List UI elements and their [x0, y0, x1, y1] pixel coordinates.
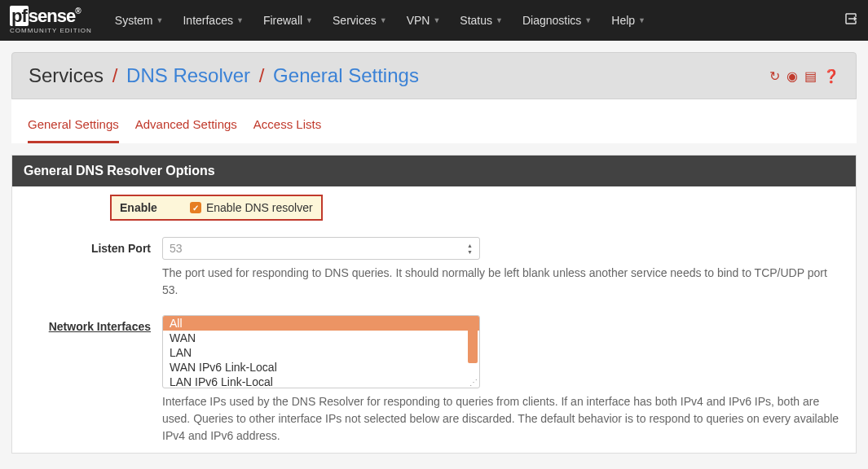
enable-checkbox-label: Enable DNS resolver	[206, 201, 313, 214]
chevron-down-icon: ▼	[380, 16, 387, 24]
breadcrumb-mid[interactable]: DNS Resolver	[126, 64, 250, 86]
breadcrumb-sep: /	[112, 64, 118, 86]
network-interfaces-select[interactable]: All WAN LAN WAN IPv6 Link-Local LAN IPv6…	[162, 315, 480, 388]
spinner-up-icon[interactable]: ▲	[467, 243, 473, 248]
number-spinner[interactable]: ▲▼	[467, 243, 473, 255]
breadcrumb: Services / DNS Resolver / General Settin…	[29, 64, 769, 87]
logout-icon[interactable]	[844, 11, 858, 30]
option-lan-ipv6[interactable]: LAN IPv6 Link-Local	[163, 375, 479, 388]
enable-row: Enable ✓ Enable DNS resolver	[12, 186, 856, 229]
scrollbar[interactable]	[468, 318, 478, 363]
nav-items: System▼ Interfaces▼ Firewall▼ Services▼ …	[107, 7, 844, 33]
option-wan[interactable]: WAN	[163, 331, 479, 345]
restart-service-icon[interactable]: ↻	[769, 68, 780, 84]
nav-system[interactable]: System▼	[107, 7, 172, 33]
header-action-icons: ↻ ◉ ▤ ❓	[769, 68, 839, 84]
option-all[interactable]: All	[163, 316, 479, 331]
checkbox-checked-icon[interactable]: ✓	[190, 202, 201, 213]
brand-subtitle: COMMUNITY EDITION	[10, 27, 92, 34]
option-lan[interactable]: LAN	[163, 345, 479, 360]
resize-handle-icon[interactable]: ⋰	[469, 378, 478, 386]
nav-vpn[interactable]: VPN▼	[399, 7, 449, 33]
listen-port-value: 53	[170, 242, 183, 255]
general-options-panel: General DNS Resolver Options Enable ✓ En…	[11, 155, 857, 454]
listen-port-help: The port used for responding to DNS quer…	[162, 265, 844, 299]
chevron-down-icon: ▼	[584, 16, 592, 24]
tabs: General Settings Advanced Settings Acces…	[11, 99, 857, 143]
nav-label: Help	[611, 14, 635, 27]
help-icon[interactable]: ❓	[823, 68, 839, 84]
brand-logo[interactable]: pfsense® COMMUNITY EDITION	[10, 7, 92, 34]
nav-status[interactable]: Status▼	[452, 7, 511, 33]
enable-label: Enable	[120, 201, 157, 214]
brand-pf: pf	[10, 6, 29, 26]
brand-sense: sense	[29, 6, 75, 26]
top-navbar: pfsense® COMMUNITY EDITION System▼ Inter…	[0, 0, 868, 41]
chevron-down-icon: ▼	[496, 16, 503, 24]
listen-port-label: Listen Port	[24, 237, 162, 255]
panel-heading: General DNS Resolver Options	[12, 156, 856, 186]
nav-services[interactable]: Services▼	[324, 7, 395, 33]
chevron-down-icon: ▼	[433, 16, 440, 24]
enable-checkbox-wrap[interactable]: ✓ Enable DNS resolver	[190, 201, 313, 214]
nav-label: Services	[333, 14, 377, 27]
nav-label: VPN	[407, 14, 430, 27]
chevron-down-icon: ▼	[156, 16, 164, 24]
nav-firewall[interactable]: Firewall▼	[255, 7, 321, 33]
nav-label: System	[115, 14, 153, 27]
registered-mark: ®	[75, 7, 80, 15]
tab-access-lists[interactable]: Access Lists	[253, 111, 321, 143]
related-log-icon[interactable]: ▤	[804, 68, 817, 84]
network-interfaces-row: Network Interfaces All WAN LAN WAN IPv6 …	[12, 307, 856, 453]
stop-service-icon[interactable]: ◉	[786, 68, 798, 84]
tab-general-settings[interactable]: General Settings	[28, 111, 119, 143]
nav-label: Interfaces	[183, 14, 232, 27]
chevron-down-icon: ▼	[638, 16, 645, 24]
network-interfaces-help: Interface IPs used by the DNS Resolver f…	[162, 393, 844, 445]
spinner-down-icon[interactable]: ▼	[467, 249, 473, 255]
panel-body: Enable ✓ Enable DNS resolver Listen Port…	[12, 186, 856, 453]
tab-advanced-settings[interactable]: Advanced Settings	[135, 111, 237, 143]
chevron-down-icon: ▼	[236, 16, 244, 24]
nav-diagnostics[interactable]: Diagnostics▼	[514, 7, 600, 33]
nav-interfaces[interactable]: Interfaces▼	[174, 7, 251, 33]
listen-port-input[interactable]: 53 ▲▼	[162, 237, 480, 260]
nav-label: Diagnostics	[522, 14, 581, 27]
page-header: Services / DNS Resolver / General Settin…	[11, 52, 857, 99]
option-wan-ipv6[interactable]: WAN IPv6 Link-Local	[163, 360, 479, 375]
breadcrumb-root[interactable]: Services	[29, 64, 104, 86]
nav-help[interactable]: Help▼	[603, 7, 654, 33]
nav-label: Status	[460, 14, 492, 27]
enable-highlight: Enable ✓ Enable DNS resolver	[110, 195, 323, 221]
listen-port-row: Listen Port 53 ▲▼ The port used for resp…	[12, 229, 856, 307]
breadcrumb-sep: /	[259, 64, 265, 86]
breadcrumb-leaf[interactable]: General Settings	[273, 64, 419, 86]
chevron-down-icon: ▼	[306, 16, 313, 24]
nav-label: Firewall	[263, 14, 302, 27]
network-interfaces-label: Network Interfaces	[24, 315, 162, 333]
